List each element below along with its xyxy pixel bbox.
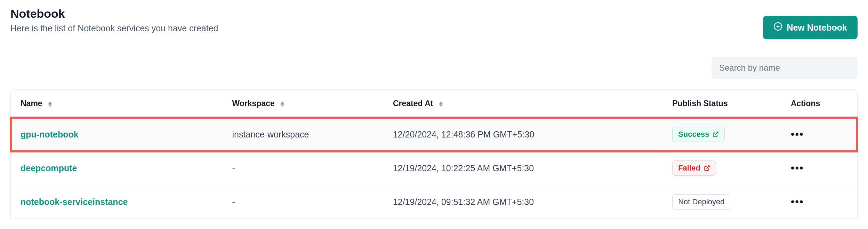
sort-icon [439,101,443,107]
status-badge: Not Deployed [672,194,730,210]
status-cell: Failed [662,151,781,185]
sort-icon [48,101,52,107]
created-at-cell: 12/19/2024, 10:22:25 AM GMT+5:30 [383,151,662,185]
col-header-actions: Actions [781,90,857,118]
notebook-name-link[interactable]: deepcompute [11,151,223,185]
status-badge-label: Failed [678,164,700,173]
workspace-cell: - [223,185,383,219]
table-row: notebook-serviceinstance-12/19/2024, 09:… [11,185,857,219]
col-header-name-label: Name [21,99,42,108]
page-header: Notebook Here is the list of Notebook se… [10,7,858,39]
col-header-actions-label: Actions [791,99,820,108]
col-header-name[interactable]: Name [11,90,223,118]
col-header-status-label: Publish Status [672,99,728,108]
more-actions-icon[interactable]: ••• [791,196,804,207]
created-at-cell: 12/19/2024, 09:51:32 AM GMT+5:30 [383,185,662,219]
more-actions-icon[interactable]: ••• [791,128,804,140]
page-subtitle: Here is the list of Notebook services yo… [10,23,218,33]
table-row: deepcompute-12/19/2024, 10:22:25 AM GMT+… [11,151,857,185]
col-header-workspace[interactable]: Workspace [223,90,383,118]
page-title: Notebook [10,7,218,21]
col-header-created-label: Created At [393,99,433,108]
external-link-icon [704,165,710,171]
status-badge-label: Not Deployed [678,197,724,206]
status-cell: Not Deployed [662,185,781,219]
col-header-workspace-label: Workspace [232,99,275,108]
status-badge[interactable]: Failed [672,160,716,176]
notebook-name-link[interactable]: notebook-serviceinstance [11,185,223,219]
plus-circle-icon [773,22,782,33]
search-row [10,57,858,79]
table-header-row: Name Workspace Created At [11,90,857,118]
external-link-icon [713,131,719,137]
notebook-table: Name Workspace Created At [10,89,858,219]
col-header-created[interactable]: Created At [383,90,662,118]
search-input[interactable] [712,57,858,79]
title-block: Notebook Here is the list of Notebook se… [10,7,218,33]
new-notebook-label: New Notebook [787,23,847,33]
table-row: gpu-notebookinstance-workspace12/20/2024… [11,118,857,151]
actions-cell: ••• [781,151,857,185]
sort-icon [280,101,284,107]
more-actions-icon[interactable]: ••• [791,162,804,174]
actions-cell: ••• [781,185,857,219]
workspace-cell: - [223,151,383,185]
status-cell: Success [662,118,781,151]
col-header-status: Publish Status [662,90,781,118]
notebook-name-link[interactable]: gpu-notebook [11,118,223,151]
new-notebook-button[interactable]: New Notebook [763,16,858,39]
status-badge-label: Success [678,130,709,139]
status-badge[interactable]: Success [672,127,725,142]
created-at-cell: 12/20/2024, 12:48:36 PM GMT+5:30 [383,118,662,151]
workspace-cell: instance-workspace [223,118,383,151]
actions-cell: ••• [781,118,857,151]
